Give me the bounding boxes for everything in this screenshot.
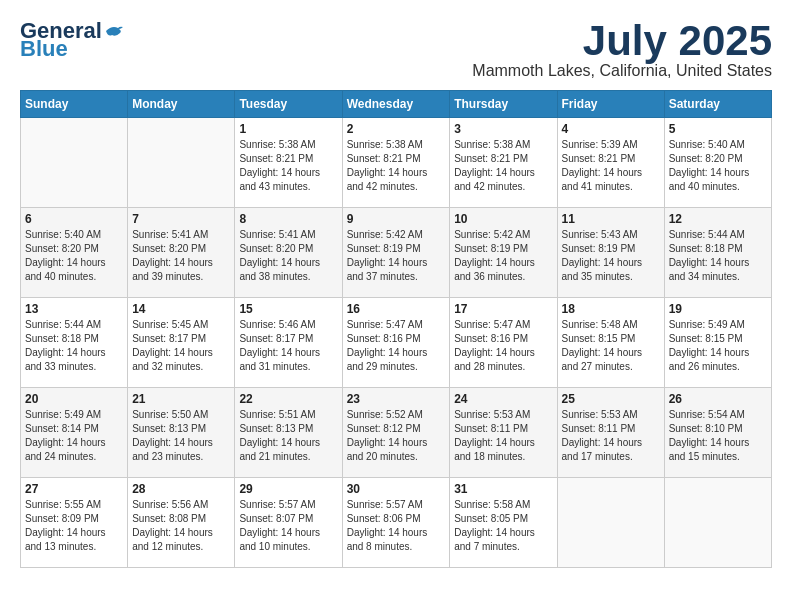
day-info: Sunrise: 5:47 AM Sunset: 8:16 PM Dayligh…: [454, 318, 552, 374]
day-number: 15: [239, 302, 337, 316]
day-info: Sunrise: 5:50 AM Sunset: 8:13 PM Dayligh…: [132, 408, 230, 464]
day-info: Sunrise: 5:55 AM Sunset: 8:09 PM Dayligh…: [25, 498, 123, 554]
day-number: 5: [669, 122, 767, 136]
day-number: 29: [239, 482, 337, 496]
day-number: 4: [562, 122, 660, 136]
day-info: Sunrise: 5:41 AM Sunset: 8:20 PM Dayligh…: [132, 228, 230, 284]
calendar-day-cell: 28Sunrise: 5:56 AM Sunset: 8:08 PM Dayli…: [128, 478, 235, 568]
day-info: Sunrise: 5:40 AM Sunset: 8:20 PM Dayligh…: [669, 138, 767, 194]
day-number: 22: [239, 392, 337, 406]
calendar-day-cell: 13Sunrise: 5:44 AM Sunset: 8:18 PM Dayli…: [21, 298, 128, 388]
day-info: Sunrise: 5:38 AM Sunset: 8:21 PM Dayligh…: [239, 138, 337, 194]
day-info: Sunrise: 5:57 AM Sunset: 8:06 PM Dayligh…: [347, 498, 446, 554]
day-info: Sunrise: 5:53 AM Sunset: 8:11 PM Dayligh…: [562, 408, 660, 464]
calendar-weekday-header: Tuesday: [235, 91, 342, 118]
calendar-day-cell: 4Sunrise: 5:39 AM Sunset: 8:21 PM Daylig…: [557, 118, 664, 208]
day-number: 28: [132, 482, 230, 496]
day-number: 21: [132, 392, 230, 406]
day-number: 31: [454, 482, 552, 496]
day-number: 16: [347, 302, 446, 316]
calendar-day-cell: 12Sunrise: 5:44 AM Sunset: 8:18 PM Dayli…: [664, 208, 771, 298]
calendar-weekday-header: Friday: [557, 91, 664, 118]
page-header: General Blue July 2025 Mammoth Lakes, Ca…: [20, 20, 772, 80]
calendar-day-cell: 17Sunrise: 5:47 AM Sunset: 8:16 PM Dayli…: [450, 298, 557, 388]
day-info: Sunrise: 5:52 AM Sunset: 8:12 PM Dayligh…: [347, 408, 446, 464]
calendar-weekday-header: Thursday: [450, 91, 557, 118]
calendar-day-cell: 15Sunrise: 5:46 AM Sunset: 8:17 PM Dayli…: [235, 298, 342, 388]
day-number: 24: [454, 392, 552, 406]
title-section: July 2025 Mammoth Lakes, California, Uni…: [472, 20, 772, 80]
day-info: Sunrise: 5:44 AM Sunset: 8:18 PM Dayligh…: [25, 318, 123, 374]
logo: General Blue: [20, 20, 124, 60]
day-info: Sunrise: 5:45 AM Sunset: 8:17 PM Dayligh…: [132, 318, 230, 374]
logo-bird-icon: [104, 23, 124, 39]
day-number: 13: [25, 302, 123, 316]
day-number: 11: [562, 212, 660, 226]
calendar-day-cell: 29Sunrise: 5:57 AM Sunset: 8:07 PM Dayli…: [235, 478, 342, 568]
day-info: Sunrise: 5:38 AM Sunset: 8:21 PM Dayligh…: [454, 138, 552, 194]
day-info: Sunrise: 5:42 AM Sunset: 8:19 PM Dayligh…: [347, 228, 446, 284]
day-number: 3: [454, 122, 552, 136]
day-number: 20: [25, 392, 123, 406]
calendar-day-cell: [128, 118, 235, 208]
day-info: Sunrise: 5:49 AM Sunset: 8:15 PM Dayligh…: [669, 318, 767, 374]
calendar-day-cell: 3Sunrise: 5:38 AM Sunset: 8:21 PM Daylig…: [450, 118, 557, 208]
calendar-day-cell: 5Sunrise: 5:40 AM Sunset: 8:20 PM Daylig…: [664, 118, 771, 208]
day-number: 1: [239, 122, 337, 136]
day-number: 6: [25, 212, 123, 226]
calendar-day-cell: 14Sunrise: 5:45 AM Sunset: 8:17 PM Dayli…: [128, 298, 235, 388]
location-title: Mammoth Lakes, California, United States: [472, 62, 772, 80]
day-number: 25: [562, 392, 660, 406]
day-number: 10: [454, 212, 552, 226]
day-info: Sunrise: 5:41 AM Sunset: 8:20 PM Dayligh…: [239, 228, 337, 284]
calendar-day-cell: 20Sunrise: 5:49 AM Sunset: 8:14 PM Dayli…: [21, 388, 128, 478]
calendar-header-row: SundayMondayTuesdayWednesdayThursdayFrid…: [21, 91, 772, 118]
calendar-day-cell: 6Sunrise: 5:40 AM Sunset: 8:20 PM Daylig…: [21, 208, 128, 298]
day-info: Sunrise: 5:53 AM Sunset: 8:11 PM Dayligh…: [454, 408, 552, 464]
day-number: 30: [347, 482, 446, 496]
calendar-day-cell: 25Sunrise: 5:53 AM Sunset: 8:11 PM Dayli…: [557, 388, 664, 478]
calendar-week-row: 1Sunrise: 5:38 AM Sunset: 8:21 PM Daylig…: [21, 118, 772, 208]
calendar-weekday-header: Saturday: [664, 91, 771, 118]
day-number: 23: [347, 392, 446, 406]
day-info: Sunrise: 5:42 AM Sunset: 8:19 PM Dayligh…: [454, 228, 552, 284]
calendar-day-cell: [21, 118, 128, 208]
calendar-day-cell: 22Sunrise: 5:51 AM Sunset: 8:13 PM Dayli…: [235, 388, 342, 478]
day-info: Sunrise: 5:49 AM Sunset: 8:14 PM Dayligh…: [25, 408, 123, 464]
calendar-table: SundayMondayTuesdayWednesdayThursdayFrid…: [20, 90, 772, 568]
calendar-day-cell: 9Sunrise: 5:42 AM Sunset: 8:19 PM Daylig…: [342, 208, 450, 298]
calendar-weekday-header: Wednesday: [342, 91, 450, 118]
day-number: 17: [454, 302, 552, 316]
day-info: Sunrise: 5:39 AM Sunset: 8:21 PM Dayligh…: [562, 138, 660, 194]
day-info: Sunrise: 5:38 AM Sunset: 8:21 PM Dayligh…: [347, 138, 446, 194]
calendar-day-cell: 10Sunrise: 5:42 AM Sunset: 8:19 PM Dayli…: [450, 208, 557, 298]
day-number: 8: [239, 212, 337, 226]
day-info: Sunrise: 5:56 AM Sunset: 8:08 PM Dayligh…: [132, 498, 230, 554]
calendar-day-cell: 31Sunrise: 5:58 AM Sunset: 8:05 PM Dayli…: [450, 478, 557, 568]
day-info: Sunrise: 5:47 AM Sunset: 8:16 PM Dayligh…: [347, 318, 446, 374]
calendar-week-row: 13Sunrise: 5:44 AM Sunset: 8:18 PM Dayli…: [21, 298, 772, 388]
day-number: 12: [669, 212, 767, 226]
day-info: Sunrise: 5:40 AM Sunset: 8:20 PM Dayligh…: [25, 228, 123, 284]
calendar-day-cell: 23Sunrise: 5:52 AM Sunset: 8:12 PM Dayli…: [342, 388, 450, 478]
calendar-day-cell: 27Sunrise: 5:55 AM Sunset: 8:09 PM Dayli…: [21, 478, 128, 568]
day-info: Sunrise: 5:58 AM Sunset: 8:05 PM Dayligh…: [454, 498, 552, 554]
calendar-day-cell: 2Sunrise: 5:38 AM Sunset: 8:21 PM Daylig…: [342, 118, 450, 208]
calendar-week-row: 6Sunrise: 5:40 AM Sunset: 8:20 PM Daylig…: [21, 208, 772, 298]
day-number: 2: [347, 122, 446, 136]
day-number: 18: [562, 302, 660, 316]
day-number: 7: [132, 212, 230, 226]
month-title: July 2025: [472, 20, 772, 62]
day-info: Sunrise: 5:48 AM Sunset: 8:15 PM Dayligh…: [562, 318, 660, 374]
day-info: Sunrise: 5:43 AM Sunset: 8:19 PM Dayligh…: [562, 228, 660, 284]
day-info: Sunrise: 5:46 AM Sunset: 8:17 PM Dayligh…: [239, 318, 337, 374]
logo-blue: Blue: [20, 38, 68, 60]
day-number: 26: [669, 392, 767, 406]
calendar-week-row: 27Sunrise: 5:55 AM Sunset: 8:09 PM Dayli…: [21, 478, 772, 568]
day-number: 19: [669, 302, 767, 316]
calendar-day-cell: 24Sunrise: 5:53 AM Sunset: 8:11 PM Dayli…: [450, 388, 557, 478]
calendar-day-cell: 18Sunrise: 5:48 AM Sunset: 8:15 PM Dayli…: [557, 298, 664, 388]
day-number: 9: [347, 212, 446, 226]
calendar-day-cell: [664, 478, 771, 568]
calendar-day-cell: [557, 478, 664, 568]
